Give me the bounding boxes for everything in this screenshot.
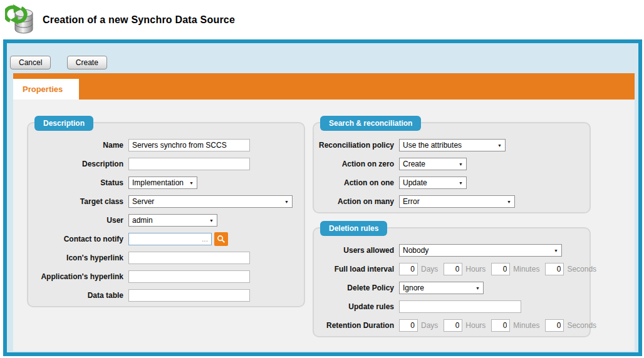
form-container: Properties Description Name Description bbox=[13, 73, 635, 351]
days-unit-label: Days bbox=[421, 265, 438, 274]
user-select[interactable]: admin ▼ bbox=[128, 214, 217, 227]
cancel-button[interactable]: Cancel bbox=[10, 56, 51, 69]
update-rules-row: Update rules bbox=[314, 297, 582, 316]
action-on-many-select-value: Error bbox=[403, 197, 420, 206]
action-on-many-row: Action on many Error ▼ bbox=[314, 192, 582, 211]
application-hyperlink-input[interactable] bbox=[128, 270, 250, 283]
action-on-one-label: Action on one bbox=[314, 178, 394, 187]
full-load-interval-row: Full load interval Days Hours Minutes Se… bbox=[314, 260, 582, 279]
delete-policy-select-value: Ignore bbox=[403, 284, 424, 292]
seconds-unit-label: Seconds bbox=[567, 321, 596, 330]
chevron-down-icon: ▼ bbox=[554, 248, 558, 253]
description-label: Description bbox=[28, 160, 123, 168]
chevron-down-icon: ▼ bbox=[497, 143, 502, 148]
name-row: Name bbox=[28, 136, 296, 155]
icon-hyperlink-label: Icon's hyperlink bbox=[28, 253, 123, 262]
hours-unit-label: Hours bbox=[465, 321, 486, 330]
status-label: Status bbox=[28, 178, 123, 187]
description-input[interactable] bbox=[128, 158, 250, 170]
name-input[interactable] bbox=[128, 139, 250, 151]
contact-to-notify-input[interactable] bbox=[128, 233, 212, 245]
search-icon bbox=[217, 235, 226, 243]
reconciliation-policy-select[interactable]: Use the attributes ▼ bbox=[399, 139, 506, 151]
search-reconciliation-fieldset: Search & reconciliation Reconciliation p… bbox=[313, 122, 591, 213]
target-class-select[interactable]: Server ▼ bbox=[128, 195, 293, 208]
action-on-one-select-value: Update bbox=[403, 178, 427, 187]
chevron-down-icon: ▼ bbox=[459, 162, 463, 166]
full-load-interval-label: Full load interval bbox=[314, 265, 394, 274]
action-on-zero-row: Action on zero Create ▼ bbox=[314, 155, 582, 173]
full-load-days-input[interactable] bbox=[399, 263, 418, 275]
status-select-value: Implementation bbox=[132, 178, 184, 187]
contact-to-notify-label: Contact to notify bbox=[28, 235, 123, 243]
retention-minutes-input[interactable] bbox=[491, 319, 510, 332]
action-on-one-select[interactable]: Update ▼ bbox=[399, 176, 467, 189]
name-label: Name bbox=[28, 141, 123, 150]
reconciliation-policy-label: Reconciliation policy bbox=[314, 141, 394, 150]
synchro-datasource-icon bbox=[5, 4, 36, 36]
contact-to-notify-row: Contact to notify ... bbox=[28, 230, 296, 248]
chevron-down-icon: ▼ bbox=[189, 181, 194, 185]
target-class-row: Target class Server ▼ bbox=[28, 192, 296, 211]
description-legend: Description bbox=[34, 116, 93, 131]
reconciliation-policy-select-value: Use the attributes bbox=[403, 141, 462, 150]
data-table-input[interactable] bbox=[128, 289, 250, 302]
icon-hyperlink-row: Icon's hyperlink bbox=[28, 248, 296, 267]
users-allowed-select-value: Nobody bbox=[403, 246, 428, 255]
reconciliation-policy-row: Reconciliation policy Use the attributes… bbox=[314, 136, 582, 155]
main-panel: Cancel Create Properties Description Nam… bbox=[3, 39, 642, 356]
delete-policy-select[interactable]: Ignore ▼ bbox=[399, 282, 484, 294]
status-row: Status Implementation ▼ bbox=[28, 173, 296, 192]
application-hyperlink-label: Application's hyperlink bbox=[28, 272, 123, 281]
create-button[interactable]: Create bbox=[67, 56, 107, 69]
chevron-down-icon: ▼ bbox=[284, 200, 289, 204]
users-allowed-row: Users allowed Nobody ▼ bbox=[314, 241, 582, 260]
user-select-value: admin bbox=[132, 216, 153, 225]
minutes-unit-label: Minutes bbox=[513, 265, 539, 274]
tab-properties[interactable]: Properties bbox=[13, 79, 79, 100]
target-class-label: Target class bbox=[28, 197, 123, 206]
delete-policy-row: Delete Policy Ignore ▼ bbox=[314, 279, 582, 297]
description-row: Description bbox=[28, 155, 296, 173]
full-load-minutes-input[interactable] bbox=[491, 263, 510, 275]
delete-policy-label: Delete Policy bbox=[314, 284, 394, 292]
toolbar: Cancel Create bbox=[10, 56, 635, 73]
action-on-zero-select[interactable]: Create ▼ bbox=[399, 158, 467, 170]
update-rules-input[interactable] bbox=[399, 300, 521, 313]
data-table-label: Data table bbox=[28, 291, 123, 300]
page-header: Creation of a new Synchro Data Source bbox=[0, 0, 644, 39]
icon-hyperlink-input[interactable] bbox=[128, 252, 250, 264]
contact-to-notify-field: ... bbox=[128, 232, 228, 246]
description-fieldset: Description Name Description Status Impl… bbox=[27, 122, 305, 307]
action-on-zero-select-value: Create bbox=[403, 160, 425, 168]
retention-duration-row: Retention Duration Days Hours Minutes Se… bbox=[314, 316, 582, 335]
action-on-zero-label: Action on zero bbox=[314, 160, 394, 168]
application-hyperlink-row: Application's hyperlink bbox=[28, 267, 296, 286]
target-class-select-value: Server bbox=[132, 197, 154, 206]
full-load-seconds-input[interactable] bbox=[545, 263, 564, 275]
days-unit-label: Days bbox=[421, 321, 438, 330]
user-row: User admin ▼ bbox=[28, 211, 296, 230]
deletion-rules-legend: Deletion rules bbox=[320, 221, 387, 236]
form-content: Description Name Description Status Impl… bbox=[13, 100, 635, 337]
right-column: Search & reconciliation Reconciliation p… bbox=[313, 122, 591, 337]
retention-duration-label: Retention Duration bbox=[314, 321, 394, 330]
chevron-down-icon: ▼ bbox=[459, 181, 463, 185]
full-load-hours-input[interactable] bbox=[444, 263, 462, 275]
update-rules-label: Update rules bbox=[314, 302, 394, 311]
retention-hours-input[interactable] bbox=[444, 319, 462, 332]
minutes-unit-label: Minutes bbox=[513, 321, 539, 330]
action-on-one-row: Action on one Update ▼ bbox=[314, 173, 582, 192]
retention-seconds-input[interactable] bbox=[545, 319, 564, 332]
users-allowed-label: Users allowed bbox=[314, 246, 394, 255]
seconds-unit-label: Seconds bbox=[567, 265, 596, 274]
status-select[interactable]: Implementation ▼ bbox=[128, 176, 197, 189]
tab-bar: Properties bbox=[13, 73, 635, 100]
contact-search-button[interactable] bbox=[214, 232, 228, 246]
page-title: Creation of a new Synchro Data Source bbox=[43, 14, 235, 26]
action-on-many-select[interactable]: Error ▼ bbox=[399, 195, 515, 208]
retention-days-input[interactable] bbox=[399, 319, 418, 332]
user-label: User bbox=[28, 216, 123, 225]
users-allowed-select[interactable]: Nobody ▼ bbox=[399, 244, 562, 257]
hours-unit-label: Hours bbox=[465, 265, 486, 274]
